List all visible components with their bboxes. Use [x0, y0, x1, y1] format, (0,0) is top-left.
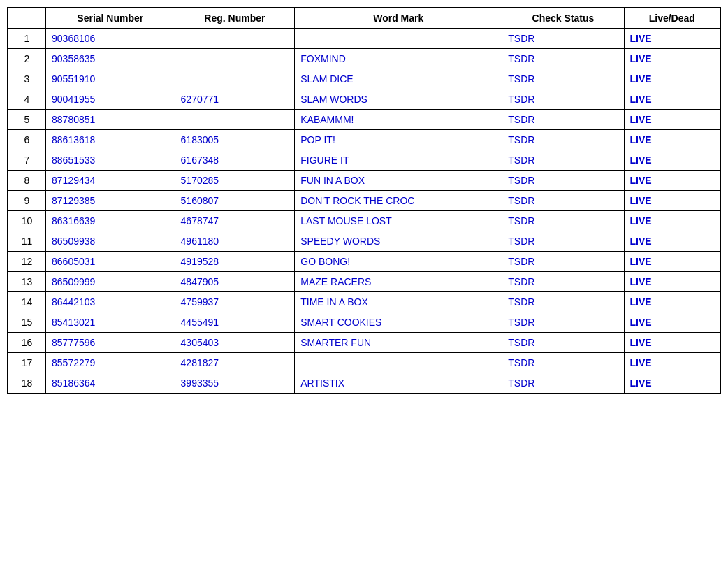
reg-number: 4455491 — [175, 312, 295, 333]
check-status[interactable]: TSDR — [502, 373, 624, 394]
row-number: 2 — [8, 49, 46, 69]
word-mark: SLAM DICE — [295, 69, 502, 89]
serial-number[interactable]: 90368106 — [46, 29, 175, 49]
check-status[interactable]: TSDR — [502, 130, 624, 150]
table-row: 12866050314919528GO BONG!TSDRLIVE — [8, 252, 720, 272]
serial-number[interactable]: 86509999 — [46, 272, 175, 292]
table-row: 190368106TSDRLIVE — [8, 29, 720, 49]
row-number: 13 — [8, 272, 46, 292]
reg-number: 4678747 — [175, 211, 295, 231]
row-number: 5 — [8, 110, 46, 130]
word-mark: LAST MOUSE LOST — [295, 211, 502, 231]
live-dead-status: LIVE — [624, 211, 720, 231]
reg-number: 4759937 — [175, 292, 295, 312]
reg-number — [175, 110, 295, 130]
word-mark: KABAMMM! — [295, 110, 502, 130]
reg-number — [175, 69, 295, 89]
table-row: 390551910SLAM DICETSDRLIVE — [8, 69, 720, 89]
live-dead-status: LIVE — [624, 353, 720, 373]
table-row: 11865099384961180SPEEDY WORDSTSDRLIVE — [8, 231, 720, 252]
check-status[interactable]: TSDR — [502, 89, 624, 110]
word-mark: FUN IN A BOX — [295, 171, 502, 191]
live-dead-status: LIVE — [624, 191, 720, 211]
word-mark: SPEEDY WORDS — [295, 231, 502, 252]
reg-number: 3993355 — [175, 373, 295, 394]
reg-number: 4961180 — [175, 231, 295, 252]
row-number: 7 — [8, 150, 46, 171]
serial-number[interactable]: 85413021 — [46, 312, 175, 333]
serial-number[interactable]: 90358635 — [46, 49, 175, 69]
reg-number: 5170285 — [175, 171, 295, 191]
check-status[interactable]: TSDR — [502, 49, 624, 69]
reg-number — [175, 49, 295, 69]
check-status[interactable]: TSDR — [502, 29, 624, 49]
check-status[interactable]: TSDR — [502, 333, 624, 353]
live-dead-status: LIVE — [624, 110, 720, 130]
check-status[interactable]: TSDR — [502, 69, 624, 89]
word-mark — [295, 353, 502, 373]
table-header-row: Serial Number Reg. Number Word Mark Chec… — [8, 8, 720, 29]
row-number: 4 — [8, 89, 46, 110]
serial-number[interactable]: 88780851 — [46, 110, 175, 130]
check-status[interactable]: TSDR — [502, 211, 624, 231]
check-status[interactable]: TSDR — [502, 292, 624, 312]
live-dead-status: LIVE — [624, 312, 720, 333]
check-status[interactable]: TSDR — [502, 353, 624, 373]
table-row: 13865099994847905MAZE RACERSTSDRLIVE — [8, 272, 720, 292]
live-dead-status: LIVE — [624, 29, 720, 49]
serial-number[interactable]: 90551910 — [46, 69, 175, 89]
live-dead-status: LIVE — [624, 231, 720, 252]
col-header-status: Check Status — [502, 8, 624, 29]
check-status[interactable]: TSDR — [502, 252, 624, 272]
serial-number[interactable]: 85777596 — [46, 333, 175, 353]
col-header-reg: Reg. Number — [175, 8, 295, 29]
reg-number: 4305403 — [175, 333, 295, 353]
table-row: 14864421034759937TIME IN A BOXTSDRLIVE — [8, 292, 720, 312]
check-status[interactable]: TSDR — [502, 171, 624, 191]
serial-number[interactable]: 90041955 — [46, 89, 175, 110]
reg-number: 6183005 — [175, 130, 295, 150]
serial-number[interactable]: 86316639 — [46, 211, 175, 231]
serial-number[interactable]: 85186364 — [46, 373, 175, 394]
serial-number[interactable]: 86605031 — [46, 252, 175, 272]
word-mark: MAZE RACERS — [295, 272, 502, 292]
row-number: 9 — [8, 191, 46, 211]
check-status[interactable]: TSDR — [502, 231, 624, 252]
table-row: 4900419556270771SLAM WORDSTSDRLIVE — [8, 89, 720, 110]
row-number: 16 — [8, 333, 46, 353]
reg-number — [175, 29, 295, 49]
word-mark: TIME IN A BOX — [295, 292, 502, 312]
check-status[interactable]: TSDR — [502, 110, 624, 130]
trademark-table: Serial Number Reg. Number Word Mark Chec… — [7, 7, 721, 394]
check-status[interactable]: TSDR — [502, 150, 624, 171]
word-mark: POP IT! — [295, 130, 502, 150]
table-row: 15854130214455491SMART COOKIESTSDRLIVE — [8, 312, 720, 333]
table-row: 8871294345170285FUN IN A BOXTSDRLIVE — [8, 171, 720, 191]
word-mark: ARTISTIX — [295, 373, 502, 394]
serial-number[interactable]: 86509938 — [46, 231, 175, 252]
live-dead-status: LIVE — [624, 69, 720, 89]
serial-number[interactable]: 86442103 — [46, 292, 175, 312]
serial-number[interactable]: 85572279 — [46, 353, 175, 373]
row-number: 18 — [8, 373, 46, 394]
check-status[interactable]: TSDR — [502, 191, 624, 211]
table-row: 18851863643993355ARTISTIXTSDRLIVE — [8, 373, 720, 394]
row-number: 12 — [8, 252, 46, 272]
serial-number[interactable]: 88651533 — [46, 150, 175, 171]
check-status[interactable]: TSDR — [502, 312, 624, 333]
table-row: 17855722794281827TSDRLIVE — [8, 353, 720, 373]
table-row: 6886136186183005POP IT!TSDRLIVE — [8, 130, 720, 150]
live-dead-status: LIVE — [624, 150, 720, 171]
word-mark: DON'T ROCK THE CROC — [295, 191, 502, 211]
row-number: 15 — [8, 312, 46, 333]
serial-number[interactable]: 88613618 — [46, 130, 175, 150]
serial-number[interactable]: 87129434 — [46, 171, 175, 191]
row-number: 3 — [8, 69, 46, 89]
reg-number: 5160807 — [175, 191, 295, 211]
live-dead-status: LIVE — [624, 89, 720, 110]
check-status[interactable]: TSDR — [502, 272, 624, 292]
word-mark: SMART COOKIES — [295, 312, 502, 333]
live-dead-status: LIVE — [624, 373, 720, 394]
reg-number: 4847905 — [175, 272, 295, 292]
serial-number[interactable]: 87129385 — [46, 191, 175, 211]
